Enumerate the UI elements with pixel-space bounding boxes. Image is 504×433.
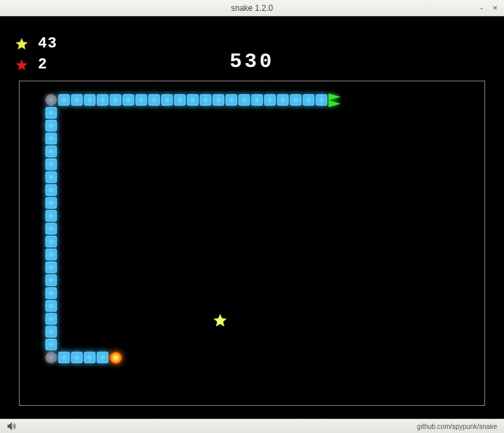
score-value: 530 (230, 50, 274, 73)
snake-segment (148, 94, 160, 106)
snake-segment (110, 94, 121, 106)
snake-segment (45, 146, 57, 157)
svg-marker-0 (16, 38, 28, 49)
snake-segment (45, 223, 57, 234)
snake-segment (45, 171, 57, 183)
svg-marker-2 (214, 314, 226, 326)
snake-segment (71, 352, 83, 363)
snake-segment (45, 94, 57, 106)
snake-segment (45, 274, 57, 286)
snake-segment (45, 210, 57, 222)
window-titlebar: snake 1.2.0 - × (0, 0, 504, 16)
snake-segment (277, 94, 289, 106)
snake-segment (45, 287, 57, 299)
snake-segment (187, 94, 198, 106)
snake-segment (238, 94, 250, 106)
snake-segment (45, 249, 57, 260)
snake-segment (71, 94, 83, 106)
repo-link[interactable]: github.com/spypunk/snake (417, 423, 497, 430)
collectible-star-icon (213, 313, 228, 328)
snake-segment (58, 94, 70, 106)
snake-segment (303, 94, 314, 106)
snake-segment (316, 94, 327, 106)
snake-segment (45, 236, 57, 247)
minimize-button[interactable]: - (478, 5, 485, 12)
svg-marker-3 (8, 423, 12, 429)
yellow-star-icon (15, 37, 28, 51)
snake-segment (251, 94, 263, 106)
snake-segment (45, 352, 57, 363)
svg-marker-1 (16, 59, 28, 70)
snake-segment (45, 197, 57, 209)
snake-segment (45, 133, 57, 144)
snake-segment (45, 326, 57, 337)
yellow-star-count: 43 (38, 35, 57, 52)
snake-segment (45, 300, 57, 312)
snake-head (329, 94, 342, 106)
red-star-icon (15, 58, 28, 72)
snake-segment (84, 94, 96, 106)
game-canvas[interactable]: 43 2 530 (0, 16, 504, 419)
food (110, 352, 122, 364)
snake-segment (226, 94, 237, 106)
sound-icon[interactable] (7, 421, 16, 431)
snake-segment (45, 159, 57, 170)
snake-segment (45, 339, 57, 350)
playfield (19, 81, 485, 406)
status-bar: github.com/spypunk/snake (0, 419, 504, 433)
snake-segment (161, 94, 173, 106)
snake-segment (264, 94, 276, 106)
snake-segment (135, 94, 147, 106)
snake-segment (290, 94, 301, 106)
red-star-count: 2 (38, 56, 47, 73)
hud: 43 2 (15, 35, 57, 73)
snake-segment (45, 262, 57, 273)
snake-segment (45, 107, 57, 119)
snake-segment (123, 94, 134, 106)
snake-segment (200, 94, 211, 106)
snake-segment (45, 120, 57, 131)
snake-segment (45, 184, 57, 196)
close-button[interactable]: × (492, 5, 499, 12)
snake-segment (58, 352, 70, 363)
snake-segment (97, 94, 108, 106)
snake-segment (174, 94, 186, 106)
snake-segment (45, 313, 57, 325)
snake-segment (97, 352, 108, 363)
snake-segment (213, 94, 224, 106)
window-title: snake 1.2.0 (231, 3, 273, 13)
snake-segment (84, 352, 96, 363)
